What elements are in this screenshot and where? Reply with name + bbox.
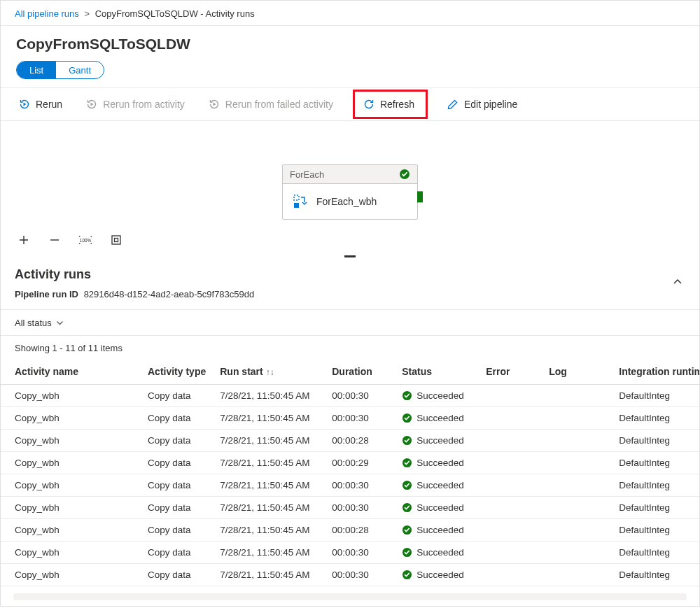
- table-row[interactable]: Copy_wbhCopy data7/28/21, 11:50:45 AM00:…: [1, 497, 699, 519]
- cell-log: [542, 564, 612, 586]
- cell-log: [542, 542, 612, 564]
- col-error[interactable]: Error: [479, 359, 542, 385]
- success-check-icon: [402, 458, 412, 468]
- cell-integration-runtime: DefaultInteg: [612, 385, 699, 407]
- cell-log: [542, 497, 612, 519]
- activity-runs-table: Activity name Activity type Run start↑↓ …: [1, 359, 699, 586]
- cell-run-start: 7/28/21, 11:50:45 AM: [213, 542, 325, 564]
- cell-activity-name: Copy_wbh: [1, 430, 141, 452]
- cell-run-start: 7/28/21, 11:50:45 AM: [213, 497, 325, 519]
- success-check-icon: [402, 435, 412, 446]
- table-row[interactable]: Copy_wbhCopy data7/28/21, 11:50:45 AM00:…: [1, 430, 699, 452]
- sort-icon: ↑↓: [266, 367, 274, 377]
- cell-integration-runtime: DefaultInteg: [612, 430, 699, 452]
- table-row[interactable]: Copy_wbhCopy data7/28/21, 11:50:45 AM00:…: [1, 474, 699, 497]
- cell-status: Succeeded: [395, 519, 479, 542]
- cell-status: Succeeded: [395, 385, 479, 407]
- breadcrumb-link-pipelineruns[interactable]: All pipeline runs: [15, 8, 79, 19]
- success-check-icon: [402, 480, 412, 490]
- activity-node-type: ForEach: [290, 169, 324, 180]
- view-toggle-list[interactable]: List: [17, 62, 56, 78]
- cell-activity-type: Copy data: [141, 474, 213, 497]
- success-check-icon: [402, 502, 412, 513]
- rerun-from-activity-button: Rerun from activity: [82, 96, 189, 113]
- table-row[interactable]: Copy_wbhCopy data7/28/21, 11:50:45 AM00:…: [1, 452, 699, 474]
- cell-error: [479, 497, 542, 519]
- showing-count: Showing 1 - 11 of 11 items: [15, 336, 685, 359]
- cell-duration: 00:00:30: [325, 497, 395, 519]
- table-row[interactable]: Copy_wbhCopy data7/28/21, 11:50:45 AM00:…: [1, 519, 699, 542]
- horizontal-scrollbar[interactable]: [13, 593, 687, 600]
- cell-run-start: 7/28/21, 11:50:45 AM: [213, 407, 325, 430]
- refresh-button[interactable]: Refresh: [359, 96, 419, 113]
- col-activity-type[interactable]: Activity type: [141, 359, 213, 385]
- cell-run-start: 7/28/21, 11:50:45 AM: [213, 474, 325, 497]
- cell-activity-type: Copy data: [141, 519, 213, 542]
- cell-activity-name: Copy_wbh: [1, 497, 141, 519]
- zoom-fit-button[interactable]: [108, 232, 124, 248]
- activity-node-foreach[interactable]: ForEach ForEach_wbh: [282, 164, 418, 220]
- cell-activity-type: Copy data: [141, 564, 213, 586]
- success-check-icon: [402, 525, 412, 535]
- cell-error: [479, 452, 542, 474]
- rerun-failed-label: Rerun from failed activity: [225, 99, 333, 110]
- cell-integration-runtime: DefaultInteg: [612, 474, 699, 497]
- svg-rect-1: [294, 195, 299, 200]
- col-integration-runtime[interactable]: Integration runtime: [612, 359, 699, 385]
- success-check-icon: [399, 169, 410, 180]
- cell-error: [479, 430, 542, 452]
- rerun-activity-label: Rerun from activity: [103, 99, 185, 110]
- table-row[interactable]: Copy_wbhCopy data7/28/21, 11:50:45 AM00:…: [1, 542, 699, 564]
- cell-log: [542, 430, 612, 452]
- cell-integration-runtime: DefaultInteg: [612, 407, 699, 430]
- cell-integration-runtime: DefaultInteg: [612, 542, 699, 564]
- foreach-activity-icon: [293, 194, 308, 209]
- view-toggle-gantt[interactable]: Gantt: [56, 62, 104, 78]
- cell-duration: 00:00:28: [325, 519, 395, 542]
- table-row[interactable]: Copy_wbhCopy data7/28/21, 11:50:45 AM00:…: [1, 385, 699, 407]
- breadcrumb: All pipeline runs > CopyFromSQLToSQLDW -…: [1, 1, 699, 26]
- edit-icon: [447, 99, 458, 110]
- cell-duration: 00:00:30: [325, 385, 395, 407]
- cell-activity-name: Copy_wbh: [1, 542, 141, 564]
- zoom-out-button[interactable]: [47, 232, 62, 248]
- table-row[interactable]: Copy_wbhCopy data7/28/21, 11:50:45 AM00:…: [1, 407, 699, 430]
- status-filter-dropdown[interactable]: All status: [15, 318, 64, 328]
- cell-log: [542, 407, 612, 430]
- cell-status: Succeeded: [395, 452, 479, 474]
- col-duration[interactable]: Duration: [325, 359, 395, 385]
- cell-error: [479, 385, 542, 407]
- activity-output-port[interactable]: [417, 191, 423, 202]
- cell-error: [479, 474, 542, 497]
- col-run-start[interactable]: Run start↑↓: [213, 359, 325, 385]
- zoom-reset-button[interactable]: 100%: [78, 232, 93, 248]
- collapse-panel-button[interactable]: [673, 277, 682, 287]
- svg-rect-4: [112, 236, 120, 244]
- cell-run-start: 7/28/21, 11:50:45 AM: [213, 430, 325, 452]
- cell-status: Succeeded: [395, 407, 479, 430]
- toolbar: Rerun Rerun from activity Rerun from fai…: [1, 87, 699, 121]
- cell-integration-runtime: DefaultInteg: [612, 452, 699, 474]
- refresh-icon: [363, 99, 374, 110]
- edit-pipeline-button[interactable]: Edit pipeline: [443, 96, 522, 113]
- zoom-in-button[interactable]: [16, 232, 31, 248]
- cell-run-start: 7/28/21, 11:50:45 AM: [213, 452, 325, 474]
- rerun-button[interactable]: Rerun: [15, 96, 66, 113]
- success-check-icon: [402, 413, 412, 423]
- col-run-start-label: Run start: [220, 366, 262, 377]
- table-row[interactable]: Copy_wbhCopy data7/28/21, 11:50:45 AM00:…: [1, 564, 699, 586]
- col-activity-name[interactable]: Activity name: [1, 359, 141, 385]
- cell-status: Succeeded: [395, 542, 479, 564]
- cell-activity-name: Copy_wbh: [1, 474, 141, 497]
- cell-activity-name: Copy_wbh: [1, 385, 141, 407]
- cell-log: [542, 385, 612, 407]
- cell-duration: 00:00:30: [325, 542, 395, 564]
- col-status[interactable]: Status: [395, 359, 479, 385]
- col-log[interactable]: Log: [542, 359, 612, 385]
- chevron-down-icon: [56, 319, 64, 327]
- svg-rect-5: [115, 239, 118, 242]
- page-title: CopyFromSQLToSQLDW: [16, 36, 684, 52]
- view-toggle: List Gantt: [16, 61, 104, 79]
- activity-runs-heading: Activity runs: [15, 267, 685, 282]
- refresh-label: Refresh: [380, 99, 414, 110]
